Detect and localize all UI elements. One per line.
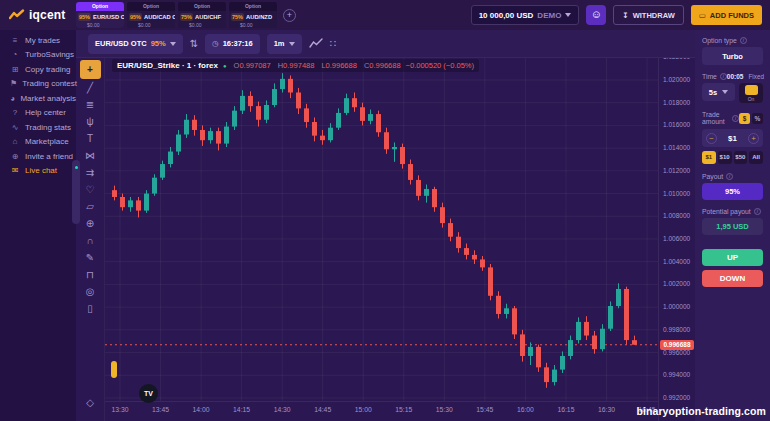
- invite-a-friend-icon: ⊕: [10, 152, 20, 161]
- tradingview-logo[interactable]: TV: [139, 384, 158, 403]
- lock-drawings-icon[interactable]: ⊓: [80, 266, 100, 283]
- withdraw-button[interactable]: ↧ WITHDRAW: [613, 5, 683, 25]
- fixed-toggle[interactable]: On: [739, 83, 763, 103]
- tab-aud-nzd[interactable]: Option75%AUD/NZD$0.00: [229, 2, 277, 28]
- amount-value: $1: [717, 134, 748, 143]
- market-open-dot-icon: ●: [223, 63, 227, 69]
- payout-value[interactable]: 95%: [702, 183, 763, 200]
- currency-mode-button[interactable]: $: [739, 113, 750, 124]
- expiration-timer: ◷ 16:37:16: [205, 34, 260, 54]
- option-type-selector[interactable]: Turbo: [702, 47, 763, 65]
- measure-icon[interactable]: ▱: [80, 198, 100, 215]
- add-asset-tab-button[interactable]: +: [283, 9, 296, 22]
- tab-eur-usd-otc[interactable]: Option95%EUR/USD OTC$0.00: [76, 2, 124, 28]
- crosshair-icon[interactable]: +: [80, 60, 101, 79]
- price-tick: 1.006000: [663, 235, 690, 242]
- potential-payout-label-row: Potential payout i: [702, 208, 763, 215]
- potential-payout-label: Potential payout: [702, 208, 751, 215]
- time-tick: 14:30: [269, 406, 295, 413]
- decrease-amount-button[interactable]: −: [706, 133, 717, 144]
- tab-aud-chf[interactable]: Option75%AUD/CHF$0.00: [178, 2, 226, 28]
- sidebar-item-help-center[interactable]: ?Help center: [0, 106, 76, 121]
- time-tick: 16:00: [512, 406, 538, 413]
- trading-stats-icon: ∿: [10, 123, 20, 132]
- tab-asset-name: AUD/CAD OTC: [144, 14, 175, 20]
- chart-type-icon[interactable]: [309, 38, 323, 49]
- fullscreen-icon[interactable]: ∷: [330, 38, 336, 49]
- long-short-position-icon[interactable]: ⇉: [80, 164, 100, 181]
- fixed-label: Fixed: [748, 73, 763, 80]
- sidebar-item-trading-contest[interactable]: ⚑Trading contest: [0, 77, 76, 92]
- quick-amount-10[interactable]: $10: [718, 151, 732, 164]
- add-funds-button[interactable]: ▭ ADD FUNDS: [691, 5, 762, 25]
- tab-payout-badge: 75%: [180, 13, 193, 21]
- sidebar-item-invite-a-friend[interactable]: ⊕Invite a friend: [0, 149, 76, 164]
- object-tree-icon[interactable]: ◇: [80, 397, 100, 413]
- account-button[interactable]: ☺: [586, 5, 606, 25]
- info-icon: i: [740, 37, 747, 44]
- percent-mode-button[interactable]: %: [752, 113, 763, 124]
- quick-amounts: $1$10$50All: [702, 151, 763, 164]
- add-funds-label: ADD FUNDS: [710, 11, 754, 20]
- price-tick: 1.002000: [663, 280, 690, 287]
- timeframe-selector[interactable]: 1m: [267, 34, 302, 54]
- time-tick: 15:45: [472, 406, 498, 413]
- zoom-in-icon[interactable]: ⊕: [80, 215, 100, 232]
- sidebar-item-market-analysis[interactable]: ◕Market analysis: [0, 91, 76, 106]
- chart-legend: EUR/USD_Strike · 1 · forex ● O0.997087 H…: [112, 59, 479, 72]
- trend-line-icon[interactable]: ╱: [80, 79, 100, 96]
- price-tick: 1.012000: [663, 167, 690, 174]
- high-value: 0.997488: [283, 61, 314, 70]
- tab-amount: $0.00: [76, 22, 124, 28]
- card-icon: ▭: [699, 11, 706, 20]
- price-tick: 1.018000: [663, 99, 690, 106]
- sidebar-item-turbosavings[interactable]: ◔TurboSavings: [0, 48, 76, 63]
- sidebar-item-label: Market analysis: [20, 94, 76, 103]
- quick-amount-all[interactable]: All: [749, 151, 763, 164]
- indicators-icon[interactable]: ⇅: [190, 38, 198, 49]
- candlestick-chart[interactable]: [105, 30, 658, 401]
- price-tick: 0.998000: [663, 326, 690, 333]
- iqcent-logo[interactable]: iqcent: [0, 8, 76, 22]
- hide-drawings-icon[interactable]: ◎: [80, 283, 100, 300]
- drawing-mode-icon[interactable]: ✎: [80, 249, 100, 266]
- price-axis[interactable]: 1.0220001.0200001.0180001.0160001.014000…: [658, 30, 695, 421]
- down-button[interactable]: DOWN: [702, 270, 763, 287]
- increase-amount-button[interactable]: +: [748, 133, 759, 144]
- remove-drawings-icon[interactable]: ▯: [80, 300, 100, 317]
- tab-payout-badge: 95%: [78, 13, 91, 21]
- symbol-label: EUR/USD OTC: [95, 39, 147, 48]
- logo-chart-icon: [9, 9, 25, 21]
- magnet-icon[interactable]: ∩: [80, 232, 100, 249]
- sidebar-item-marketplace[interactable]: ⌂Marketplace: [0, 135, 76, 150]
- price-tick: 1.000000: [663, 303, 690, 310]
- text-tool-icon[interactable]: T: [80, 130, 100, 147]
- price-tick: 1.010000: [663, 190, 690, 197]
- timeframe-value: 1m: [274, 39, 285, 48]
- time-tick: 15:30: [431, 406, 457, 413]
- sidebar-item-trading-stats[interactable]: ∿Trading stats: [0, 120, 76, 135]
- sidebar-item-label: Copy trading: [25, 65, 70, 74]
- sidebar-item-live-chat[interactable]: ✉Live chat: [0, 164, 76, 179]
- xabcd-pattern-icon[interactable]: ⋈: [80, 147, 100, 164]
- turbosavings-icon: ◔: [10, 50, 20, 59]
- quick-amount-50[interactable]: $50: [734, 151, 748, 164]
- sidebar-item-my-trades[interactable]: ≡My trades: [0, 33, 76, 48]
- info-icon: i: [732, 115, 739, 122]
- sidebar-collapse-handle[interactable]: [72, 160, 80, 224]
- emoji-icon[interactable]: ♡: [80, 181, 100, 198]
- balance-selector[interactable]: 10 000,00 USD DEMO: [471, 5, 580, 25]
- time-selector[interactable]: 5s: [702, 83, 735, 101]
- symbol-selector[interactable]: EUR/USD OTC 95%: [88, 34, 183, 54]
- up-button[interactable]: UP: [702, 249, 763, 266]
- time-tick: 16:15: [553, 406, 579, 413]
- tab-aud-cad-otc[interactable]: Option95%AUD/CAD OTC$0.00: [127, 2, 175, 28]
- quick-amount-1[interactable]: $1: [702, 151, 716, 164]
- tab-option-label: Option: [229, 2, 277, 11]
- time-tick: 13:30: [107, 406, 133, 413]
- fib-retracement-icon[interactable]: ≣: [80, 96, 100, 113]
- pitchfork-icon[interactable]: ψ: [80, 113, 100, 130]
- time-axis[interactable]: 13:3013:4514:0014:1514:3014:4515:0015:15…: [105, 401, 658, 421]
- sidebar-item-copy-trading[interactable]: ⊞Copy trading: [0, 62, 76, 77]
- tab-payout-badge: 95%: [129, 13, 142, 21]
